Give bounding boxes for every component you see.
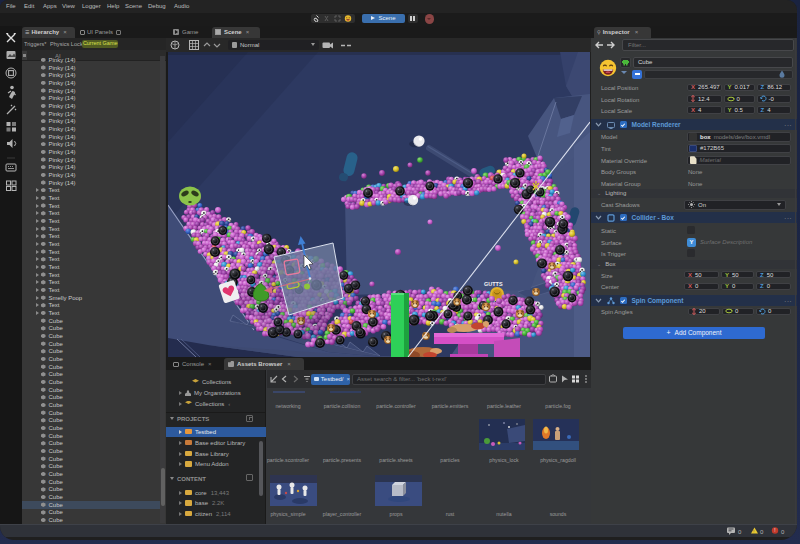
svg-text:GUTTS: GUTTS xyxy=(484,281,503,287)
svg-text:0: 0 xyxy=(781,529,785,535)
svg-text:!: ! xyxy=(774,528,775,533)
svg-text:!: ! xyxy=(753,529,754,534)
svg-text:0: 0 xyxy=(738,529,742,535)
svg-text:0: 0 xyxy=(760,529,764,535)
